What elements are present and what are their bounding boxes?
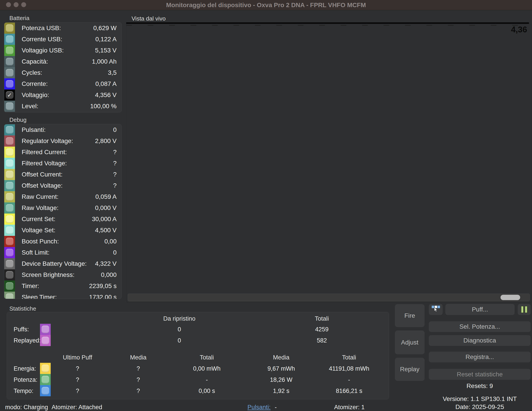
series-checkbox[interactable] xyxy=(6,215,13,223)
series-color xyxy=(4,124,15,136)
series-label: Potenza USB: xyxy=(22,25,61,32)
device-monitor-window: Monitoraggio del dispositivo - Oxva Pro … xyxy=(0,0,532,411)
series-label: Current Set: xyxy=(22,216,55,223)
registra-button[interactable]: Registra... xyxy=(429,352,531,362)
series-value: 4,356 V xyxy=(95,91,117,99)
series-checkbox[interactable] xyxy=(6,47,13,54)
series-label: Regulator Voltage: xyxy=(22,137,73,145)
sel-potenza-button[interactable]: Sel. Potenza... xyxy=(429,321,531,332)
series-value: 0 xyxy=(113,126,117,133)
series-checkbox-checked[interactable]: ✓ xyxy=(6,91,13,99)
series-value: 2,800 V xyxy=(95,137,117,145)
screen-pick-button[interactable] xyxy=(429,304,443,315)
series-checkbox[interactable] xyxy=(6,282,13,290)
series-color xyxy=(4,214,15,225)
series-checkbox[interactable] xyxy=(6,126,13,134)
series-checkbox[interactable] xyxy=(6,102,13,110)
tempo-media-2: 1,92 s xyxy=(250,388,313,394)
series-checkbox[interactable] xyxy=(6,249,13,256)
energia-ultimo-puff: ? xyxy=(46,365,109,372)
puff-button[interactable]: Puff... xyxy=(445,304,514,315)
current-voltage-value: 4,36 xyxy=(511,25,527,34)
series-checkbox[interactable] xyxy=(6,160,13,167)
series-value: 0,087 A xyxy=(95,80,117,87)
series-checkbox[interactable] xyxy=(6,204,13,212)
series-checkbox[interactable] xyxy=(6,171,13,178)
puffs-checkbox[interactable] xyxy=(42,326,49,333)
series-row: Raw Current:0,059 A xyxy=(4,191,122,202)
energia-label: Energia: xyxy=(14,365,36,372)
replayed-label: Replayed: xyxy=(14,337,41,344)
series-checkbox[interactable] xyxy=(6,80,13,88)
replay-button[interactable]: Replay xyxy=(395,358,425,381)
scrollbar-thumb[interactable] xyxy=(501,295,520,300)
firmware-date: Date: 2025-09-25 xyxy=(429,403,531,411)
series-row: Level:100,00 % xyxy=(4,101,122,112)
series-label: Filtered Current: xyxy=(22,149,67,156)
series-value: 0,00 xyxy=(104,238,117,245)
series-color xyxy=(4,180,15,191)
series-color xyxy=(4,202,15,214)
series-value: 0,059 A xyxy=(95,193,117,200)
series-checkbox[interactable] xyxy=(6,193,13,201)
col-header-da-ripristino: Da ripristino xyxy=(135,315,224,322)
series-checkbox[interactable] xyxy=(6,137,13,145)
series-label: Voltage Set: xyxy=(22,227,55,234)
replayed-da-ripristino: 0 xyxy=(135,337,224,344)
table-header-media-2: Media xyxy=(250,354,313,361)
pause-button[interactable] xyxy=(518,304,531,315)
checkmark-icon: ✓ xyxy=(7,92,12,98)
table-header-ultimo-puff: Ultimo Puff xyxy=(46,354,109,361)
replayed-totali: 582 xyxy=(277,337,367,344)
series-checkbox[interactable] xyxy=(6,148,13,156)
series-row: Filtered Current:? xyxy=(4,146,122,158)
potenza-media-2: 18,26 W xyxy=(250,376,313,383)
series-row: Sleep Timer:1732,00 s xyxy=(4,292,122,299)
reset-statistiche-button[interactable]: Reset statistiche xyxy=(429,369,531,380)
pulsanti-link[interactable]: Pulsanti: xyxy=(247,404,271,411)
series-label: Offset Voltage: xyxy=(22,182,63,189)
series-checkbox[interactable] xyxy=(6,227,13,234)
series-color xyxy=(4,146,15,158)
series-value: 4,500 V xyxy=(95,227,117,234)
series-color xyxy=(4,292,15,299)
series-checkbox[interactable] xyxy=(6,69,13,77)
series-color xyxy=(4,281,15,292)
series-label: Corrente: xyxy=(22,80,48,87)
chart-horizontal-scrollbar[interactable] xyxy=(128,294,530,301)
series-checkbox[interactable] xyxy=(6,271,13,279)
series-value: ? xyxy=(113,171,117,178)
series-value: ? xyxy=(113,182,117,189)
series-checkbox[interactable] xyxy=(6,293,13,299)
series-row: Device Battery Voltage:4,322 V xyxy=(4,258,122,269)
series-row: Boost Punch:0,00 xyxy=(4,236,122,247)
series-checkbox[interactable] xyxy=(6,24,13,32)
series-checkbox[interactable] xyxy=(6,36,13,43)
series-color xyxy=(4,191,15,202)
replayed-series-color xyxy=(40,335,51,346)
tempo-ultimo-puff: ? xyxy=(46,388,109,394)
potenza-media-1: ? xyxy=(107,376,170,383)
series-checkbox[interactable] xyxy=(6,260,13,267)
resets-count: Resets: 9 xyxy=(429,383,531,390)
diagnostica-button[interactable]: Diagnostica xyxy=(429,335,531,346)
series-value: ? xyxy=(113,160,117,167)
series-checkbox[interactable] xyxy=(6,58,13,65)
pause-icon xyxy=(525,306,527,313)
puffs-totali: 4259 xyxy=(277,326,367,333)
col-header-totali: Totali xyxy=(277,315,367,322)
potenza-totali-1: - xyxy=(176,376,238,383)
replayed-checkbox[interactable] xyxy=(42,337,49,344)
chart-area xyxy=(126,23,532,303)
series-checkbox[interactable] xyxy=(6,182,13,189)
series-label: Capacità: xyxy=(22,58,48,65)
axis-ticks xyxy=(126,25,529,26)
fire-button[interactable]: Fire xyxy=(395,304,425,327)
series-label: Offset Current: xyxy=(22,171,63,178)
series-row: Regulator Voltage:2,800 V xyxy=(4,136,122,146)
series-checkbox[interactable] xyxy=(6,238,13,245)
series-label: Filtered Voltage: xyxy=(22,160,67,167)
series-value: 4,322 V xyxy=(95,260,117,267)
status-mode: modo: Charging xyxy=(5,404,48,411)
adjust-button[interactable]: Adjust xyxy=(395,330,425,354)
